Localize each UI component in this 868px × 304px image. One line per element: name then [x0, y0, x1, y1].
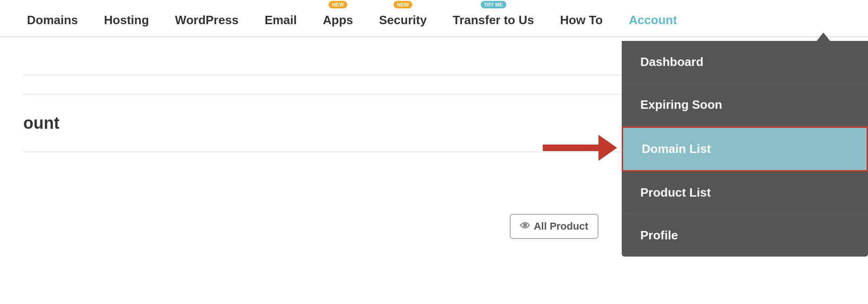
page-title: ount: [23, 113, 59, 132]
transfer-badge: TRY ME: [480, 1, 506, 8]
all-products-label: All Product: [534, 220, 588, 232]
red-arrow: [543, 135, 617, 161]
dropdown-arrow: [816, 33, 831, 42]
security-badge: NEW: [394, 1, 412, 8]
nav-item-apps[interactable]: NEW Apps: [310, 9, 366, 27]
account-dropdown: Dashboard Expiring Soon Domain List Prod…: [622, 41, 868, 257]
nav-item-domains[interactable]: Domains: [14, 9, 91, 27]
nav-item-transfer[interactable]: TRY ME Transfer to Us: [440, 9, 547, 27]
nav-item-security[interactable]: NEW Security: [366, 9, 440, 27]
nav-item-account[interactable]: Account: [616, 9, 690, 27]
dropdown-item-dashboard[interactable]: Dashboard: [622, 41, 868, 84]
arrow-head: [598, 135, 617, 161]
arrow-body: [543, 145, 598, 151]
nav-item-email[interactable]: Email: [251, 9, 309, 27]
dropdown-item-expiring-soon[interactable]: Expiring Soon: [622, 84, 868, 126]
apps-badge: NEW: [329, 1, 347, 8]
nav-item-wordpress[interactable]: WordPress: [162, 9, 252, 27]
dropdown-item-product-list[interactable]: Product List: [622, 172, 868, 214]
dropdown-item-profile[interactable]: Profile: [622, 214, 868, 257]
all-products-button[interactable]: 👁 All Product: [510, 214, 598, 239]
nav-item-howto[interactable]: How To: [547, 9, 616, 27]
dropdown-item-domain-list[interactable]: Domain List: [622, 126, 868, 172]
navbar: Domains Hosting WordPress Email NEW Apps…: [0, 0, 868, 37]
nav-item-hosting[interactable]: Hosting: [91, 9, 162, 27]
eye-icon: 👁: [520, 220, 530, 232]
